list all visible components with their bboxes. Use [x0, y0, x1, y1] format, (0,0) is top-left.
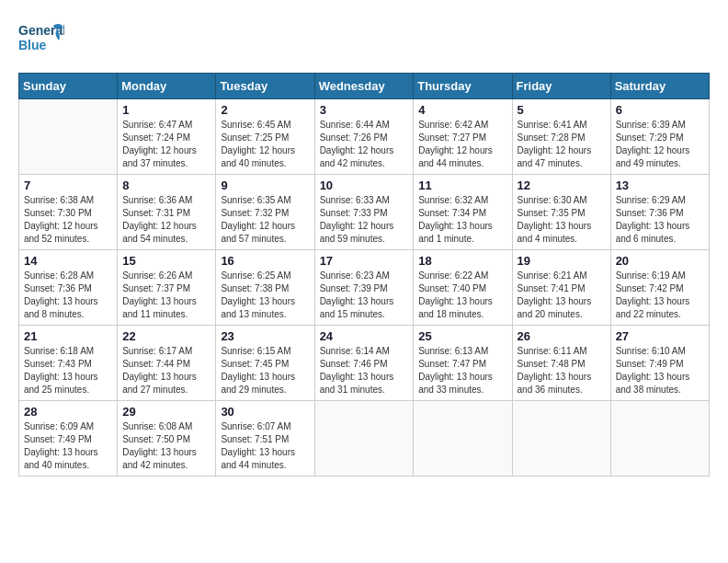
calendar-cell: 7Sunrise: 6:38 AM Sunset: 7:30 PM Daylig… — [19, 175, 118, 250]
day-info: Sunrise: 6:22 AM Sunset: 7:40 PM Dayligh… — [418, 270, 506, 321]
calendar-cell — [512, 401, 610, 477]
calendar-cell: 12Sunrise: 6:30 AM Sunset: 7:35 PM Dayli… — [512, 175, 610, 250]
day-info: Sunrise: 6:36 AM Sunset: 7:31 PM Dayligh… — [122, 194, 210, 246]
calendar-header: SundayMondayTuesdayWednesdayThursdayFrid… — [19, 74, 710, 99]
page-header: General Blue — [18, 18, 710, 63]
calendar-cell — [19, 99, 118, 175]
calendar-cell: 29Sunrise: 6:08 AM Sunset: 7:50 PM Dayli… — [118, 401, 216, 477]
calendar-cell: 5Sunrise: 6:41 AM Sunset: 7:28 PM Daylig… — [512, 99, 610, 175]
calendar-week-row: 14Sunrise: 6:28 AM Sunset: 7:36 PM Dayli… — [19, 250, 710, 326]
calendar-cell: 16Sunrise: 6:25 AM Sunset: 7:38 PM Dayli… — [216, 250, 314, 326]
day-number: 12 — [518, 178, 606, 192]
day-info: Sunrise: 6:14 AM Sunset: 7:46 PM Dayligh… — [320, 345, 409, 396]
day-number: 1 — [122, 103, 210, 117]
weekday-header: Sunday — [19, 74, 118, 99]
day-number: 22 — [122, 329, 210, 343]
day-info: Sunrise: 6:41 AM Sunset: 7:28 PM Dayligh… — [518, 119, 606, 170]
svg-text:Blue: Blue — [18, 38, 47, 52]
day-number: 15 — [122, 254, 210, 268]
calendar-cell: 18Sunrise: 6:22 AM Sunset: 7:40 PM Dayli… — [414, 250, 512, 326]
day-info: Sunrise: 6:47 AM Sunset: 7:24 PM Dayligh… — [122, 119, 210, 170]
day-number: 2 — [221, 103, 309, 117]
day-info: Sunrise: 6:26 AM Sunset: 7:37 PM Dayligh… — [122, 270, 210, 321]
day-number: 14 — [24, 254, 112, 268]
day-number: 27 — [616, 329, 704, 343]
day-number: 18 — [418, 254, 506, 268]
day-info: Sunrise: 6:45 AM Sunset: 7:25 PM Dayligh… — [221, 119, 309, 170]
calendar-cell: 26Sunrise: 6:11 AM Sunset: 7:48 PM Dayli… — [512, 326, 610, 401]
day-number: 16 — [221, 254, 309, 268]
day-number: 13 — [616, 178, 704, 192]
day-info: Sunrise: 6:29 AM Sunset: 7:36 PM Dayligh… — [616, 194, 704, 246]
calendar-cell: 22Sunrise: 6:17 AM Sunset: 7:44 PM Dayli… — [118, 326, 216, 401]
calendar-body: 1Sunrise: 6:47 AM Sunset: 7:24 PM Daylig… — [19, 99, 710, 477]
day-info: Sunrise: 6:44 AM Sunset: 7:26 PM Dayligh… — [320, 119, 409, 170]
day-info: Sunrise: 6:11 AM Sunset: 7:48 PM Dayligh… — [518, 345, 606, 396]
day-info: Sunrise: 6:42 AM Sunset: 7:27 PM Dayligh… — [418, 119, 506, 170]
day-info: Sunrise: 6:17 AM Sunset: 7:44 PM Dayligh… — [122, 345, 210, 396]
day-info: Sunrise: 6:39 AM Sunset: 7:29 PM Dayligh… — [616, 119, 704, 170]
calendar-week-row: 28Sunrise: 6:09 AM Sunset: 7:49 PM Dayli… — [19, 401, 710, 477]
day-info: Sunrise: 6:19 AM Sunset: 7:42 PM Dayligh… — [616, 270, 704, 321]
calendar-week-row: 1Sunrise: 6:47 AM Sunset: 7:24 PM Daylig… — [19, 99, 710, 175]
day-info: Sunrise: 6:10 AM Sunset: 7:49 PM Dayligh… — [616, 345, 704, 396]
calendar-cell: 9Sunrise: 6:35 AM Sunset: 7:32 PM Daylig… — [216, 175, 314, 250]
day-info: Sunrise: 6:15 AM Sunset: 7:45 PM Dayligh… — [221, 345, 309, 396]
day-info: Sunrise: 6:21 AM Sunset: 7:41 PM Dayligh… — [518, 270, 606, 321]
day-info: Sunrise: 6:30 AM Sunset: 7:35 PM Dayligh… — [518, 194, 606, 246]
calendar-cell: 15Sunrise: 6:26 AM Sunset: 7:37 PM Dayli… — [118, 250, 216, 326]
day-info: Sunrise: 6:18 AM Sunset: 7:43 PM Dayligh… — [24, 345, 112, 396]
day-info: Sunrise: 6:32 AM Sunset: 7:34 PM Dayligh… — [418, 194, 506, 246]
day-number: 10 — [320, 178, 409, 192]
weekday-header: Friday — [512, 74, 610, 99]
calendar-cell: 30Sunrise: 6:07 AM Sunset: 7:51 PM Dayli… — [216, 401, 314, 477]
calendar-cell: 17Sunrise: 6:23 AM Sunset: 7:39 PM Dayli… — [314, 250, 414, 326]
weekday-header: Monday — [118, 74, 216, 99]
day-number: 3 — [320, 103, 409, 117]
day-number: 20 — [616, 254, 704, 268]
calendar-week-row: 7Sunrise: 6:38 AM Sunset: 7:30 PM Daylig… — [19, 175, 710, 250]
day-number: 7 — [24, 178, 112, 192]
day-number: 29 — [122, 405, 210, 419]
day-info: Sunrise: 6:38 AM Sunset: 7:30 PM Dayligh… — [24, 194, 112, 246]
calendar-cell: 23Sunrise: 6:15 AM Sunset: 7:45 PM Dayli… — [216, 326, 314, 401]
day-info: Sunrise: 6:23 AM Sunset: 7:39 PM Dayligh… — [320, 270, 409, 321]
day-number: 23 — [221, 329, 309, 343]
calendar-cell: 24Sunrise: 6:14 AM Sunset: 7:46 PM Dayli… — [314, 326, 414, 401]
calendar-cell: 2Sunrise: 6:45 AM Sunset: 7:25 PM Daylig… — [216, 99, 314, 175]
weekday-header: Saturday — [610, 74, 709, 99]
day-info: Sunrise: 6:08 AM Sunset: 7:50 PM Dayligh… — [122, 420, 210, 472]
day-number: 17 — [320, 254, 409, 268]
calendar-cell: 25Sunrise: 6:13 AM Sunset: 7:47 PM Dayli… — [414, 326, 512, 401]
calendar-cell: 8Sunrise: 6:36 AM Sunset: 7:31 PM Daylig… — [118, 175, 216, 250]
calendar-cell: 10Sunrise: 6:33 AM Sunset: 7:33 PM Dayli… — [314, 175, 414, 250]
day-number: 28 — [24, 405, 112, 419]
calendar-cell: 4Sunrise: 6:42 AM Sunset: 7:27 PM Daylig… — [414, 99, 512, 175]
calendar-cell: 20Sunrise: 6:19 AM Sunset: 7:42 PM Dayli… — [610, 250, 709, 326]
day-info: Sunrise: 6:13 AM Sunset: 7:47 PM Dayligh… — [418, 345, 506, 396]
calendar-cell: 19Sunrise: 6:21 AM Sunset: 7:41 PM Dayli… — [512, 250, 610, 326]
calendar-cell: 6Sunrise: 6:39 AM Sunset: 7:29 PM Daylig… — [610, 99, 709, 175]
calendar-cell — [314, 401, 414, 477]
day-number: 25 — [418, 329, 506, 343]
calendar-cell: 27Sunrise: 6:10 AM Sunset: 7:49 PM Dayli… — [610, 326, 709, 401]
day-number: 21 — [24, 329, 112, 343]
weekday-header: Thursday — [414, 74, 512, 99]
calendar-cell: 13Sunrise: 6:29 AM Sunset: 7:36 PM Dayli… — [610, 175, 709, 250]
calendar-cell: 14Sunrise: 6:28 AM Sunset: 7:36 PM Dayli… — [19, 250, 118, 326]
day-number: 11 — [418, 178, 506, 192]
day-info: Sunrise: 6:28 AM Sunset: 7:36 PM Dayligh… — [24, 270, 112, 321]
calendar-cell: 3Sunrise: 6:44 AM Sunset: 7:26 PM Daylig… — [314, 99, 414, 175]
day-info: Sunrise: 6:35 AM Sunset: 7:32 PM Dayligh… — [221, 194, 309, 246]
calendar-table: SundayMondayTuesdayWednesdayThursdayFrid… — [18, 73, 710, 477]
day-number: 19 — [518, 254, 606, 268]
weekday-header: Tuesday — [216, 74, 314, 99]
day-number: 4 — [418, 103, 506, 117]
day-number: 24 — [320, 329, 409, 343]
day-number: 26 — [518, 329, 606, 343]
day-number: 6 — [616, 103, 704, 117]
day-number: 30 — [221, 405, 309, 419]
day-info: Sunrise: 6:33 AM Sunset: 7:33 PM Dayligh… — [320, 194, 409, 246]
calendar-week-row: 21Sunrise: 6:18 AM Sunset: 7:43 PM Dayli… — [19, 326, 710, 401]
calendar-cell — [414, 401, 512, 477]
